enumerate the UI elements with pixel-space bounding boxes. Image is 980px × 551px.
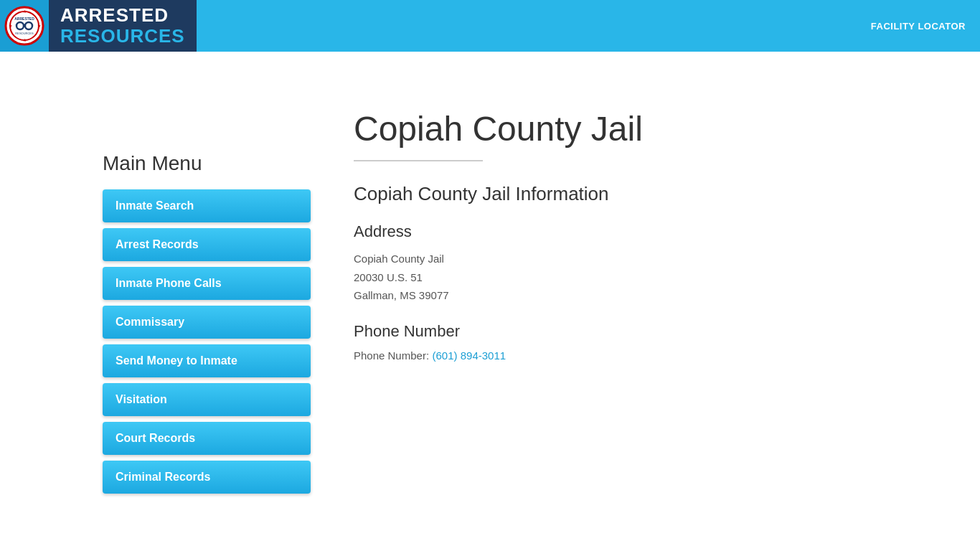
page-title: Copiah County Jail: [354, 109, 877, 149]
sidebar-title: Main Menu: [103, 152, 311, 175]
sidebar-item-send-money[interactable]: Send Money to Inmate: [103, 344, 311, 377]
address-line2: 20030 U.S. 51: [354, 268, 877, 287]
info-section-title: Copiah County Jail Information: [354, 183, 877, 205]
svg-text:★: ★: [37, 24, 41, 28]
sidebar-item-inmate-phone-calls[interactable]: Inmate Phone Calls: [103, 267, 311, 300]
sidebar-item-commissary[interactable]: Commissary: [103, 306, 311, 339]
title-divider: [354, 160, 483, 161]
main-content: Copiah County Jail Copiah County Jail In…: [354, 80, 877, 499]
phone-label: Phone Number:: [354, 349, 429, 362]
sidebar: Main Menu Inmate Search Arrest Records I…: [103, 80, 311, 499]
logo-line2: RESOURCES: [60, 26, 185, 47]
sidebar-item-visitation[interactable]: Visitation: [103, 383, 311, 416]
svg-text:RESOURCES: RESOURCES: [15, 32, 34, 35]
facility-locator-nav[interactable]: FACILITY LOCATOR: [871, 21, 966, 32]
svg-text:ARRESTED: ARRESTED: [14, 17, 34, 21]
logo-badge: ★ ★ ★ ★ ARRESTED RESOURCES: [0, 0, 49, 52]
phone-number[interactable]: (601) 894-3011: [433, 349, 507, 362]
address-line1: Copiah County Jail: [354, 250, 877, 268]
site-header: ★ ★ ★ ★ ARRESTED RESOURCES ARRESTED RESO…: [0, 0, 980, 52]
phone-block: Phone Number: (601) 894-3011: [354, 349, 877, 362]
sidebar-item-criminal-records[interactable]: Criminal Records: [103, 461, 311, 494]
svg-text:★: ★: [9, 24, 12, 28]
address-heading: Address: [354, 222, 877, 241]
sidebar-item-court-records[interactable]: Court Records: [103, 422, 311, 455]
logo-icon: ★ ★ ★ ★ ARRESTED RESOURCES: [4, 6, 44, 46]
logo-text: ARRESTED RESOURCES: [49, 0, 197, 52]
sidebar-item-inmate-search[interactable]: Inmate Search: [103, 189, 311, 222]
logo-line1: ARRESTED: [60, 5, 185, 26]
address-block: Copiah County Jail 20030 U.S. 51 Gallman…: [354, 250, 877, 305]
svg-text:★: ★: [23, 9, 27, 14]
logo-area: ★ ★ ★ ★ ARRESTED RESOURCES ARRESTED RESO…: [0, 0, 197, 52]
sidebar-item-arrest-records[interactable]: Arrest Records: [103, 228, 311, 261]
phone-heading: Phone Number: [354, 322, 877, 341]
page-body: Main Menu Inmate Search Arrest Records I…: [60, 52, 920, 528]
svg-text:★: ★: [23, 38, 27, 42]
address-line3: Gallman, MS 39077: [354, 286, 877, 305]
